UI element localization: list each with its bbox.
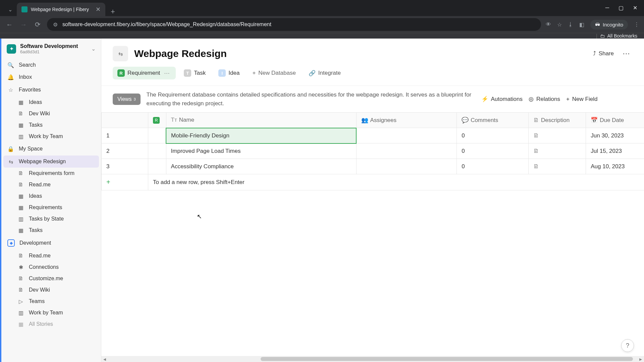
browser-tab[interactable]: Webpage Redesign | Fibery ✕ [17, 3, 105, 16]
table-row[interactable]: 3Accessibility Compliance0🗎Aug 10, 2023◢… [102, 159, 644, 174]
grid-icon: ▦ [17, 193, 24, 199]
plus-icon: + [252, 70, 256, 76]
sidebar-fav-ideas[interactable]: ▦Ideas [1, 97, 101, 108]
sidebar-wr-reqform[interactable]: 🗎Requirements form [1, 168, 101, 179]
sidebar-wr-readme[interactable]: 🗎Read.me [1, 179, 101, 190]
new-field-button[interactable]: +New Field [566, 96, 598, 103]
help-button[interactable]: ? [621, 339, 634, 352]
page-more-button[interactable]: ⋯ [620, 49, 633, 58]
sidebar-wr-tasksbystate[interactable]: ▥Tasks by State [1, 213, 101, 225]
site-settings-icon[interactable]: ⚙ [53, 21, 58, 28]
window-maximize[interactable]: ▢ [619, 5, 624, 11]
incognito-badge[interactable]: 🕶 Incognito [590, 20, 628, 29]
bell-icon: 🔔 [7, 74, 14, 80]
cell-description[interactable]: 🗎 [529, 128, 586, 143]
db-tab-more-icon[interactable]: ⋯ [163, 70, 171, 77]
integrate-button[interactable]: 🔗 Integrate [304, 67, 345, 79]
data-table-scroll[interactable]: R TтName 👥Assignees 💬Comments 🗎Descripti… [101, 112, 644, 356]
sidebar-fav-workbyteam[interactable]: ▥Work by Team [1, 131, 101, 142]
sidebar-fav-tasks[interactable]: ▦Tasks [1, 119, 101, 131]
window-close[interactable]: ✕ [633, 5, 637, 11]
col-name[interactable]: TтName [166, 113, 356, 128]
scrollbar-thumb[interactable] [261, 357, 633, 361]
cell-assignees[interactable] [356, 143, 457, 159]
cell-description[interactable]: 🗎 [529, 159, 586, 174]
sidebar-dev-workbyteam[interactable]: ▥Work by Team [1, 307, 101, 318]
sidebar-inbox[interactable]: 🔔 Inbox [1, 71, 101, 83]
sidebar-dev-readme[interactable]: 🗎Read.me [1, 250, 101, 261]
cell-assignees[interactable] [356, 128, 457, 143]
tab-search-dropdown[interactable]: ⌄ [3, 3, 17, 16]
table-row[interactable]: 2Improved Page Load Times0🗎Jul 15, 2023◢… [102, 143, 644, 159]
eye-off-icon[interactable]: 👁 [546, 21, 551, 27]
search-label: Search [19, 62, 36, 68]
page-title[interactable]: Webpage Redesign [134, 48, 587, 59]
new-database-button[interactable]: + New Database [248, 67, 300, 79]
page-icon[interactable]: ⇆ [113, 46, 128, 61]
database-description[interactable]: The Requirement database contains detail… [147, 90, 475, 108]
cell-comments[interactable]: 0 [457, 159, 529, 174]
horizontal-scrollbar[interactable]: ◂ ▸ [101, 356, 644, 362]
sidebar-dev-allstories[interactable]: ▦All Stories [1, 318, 101, 330]
task-badge-icon: T [184, 69, 191, 77]
sidebar-dev-customize[interactable]: 🗎Customize.me [1, 273, 101, 284]
development-section[interactable]: ◆ Development [1, 236, 101, 250]
add-row-hint[interactable]: To add a new row, press Shift+Enter [148, 174, 644, 190]
sidebar-dev-teams[interactable]: ▷Teams [1, 296, 101, 307]
address-bar[interactable]: ⚙ software-development.fibery.io/fibery/… [47, 18, 541, 31]
sidebar-fav-devwiki[interactable]: 🗎Dev Wiki [1, 108, 101, 119]
sidebar: ✦ Software Development 6ad8d3d1 ⌄ 🔍 Sear… [0, 39, 101, 362]
cell-description[interactable]: 🗎 [529, 143, 586, 159]
table-row[interactable]: 1Mobile-Friendly Design0🗎Jun 30, 2023◢Im… [102, 128, 644, 143]
doc-icon: 🗎 [17, 110, 24, 117]
cell-name[interactable]: Improved Page Load Times [166, 143, 356, 159]
board-icon: ▥ [17, 309, 24, 316]
col-badge[interactable]: R [148, 113, 166, 128]
all-bookmarks-button[interactable]: All Bookmarks [607, 33, 637, 39]
downloads-icon[interactable]: ⭳ [568, 21, 573, 27]
favorites-section[interactable]: ☆ Favorites [1, 83, 101, 97]
cell-duedate[interactable]: Jul 15, 2023 [586, 143, 644, 159]
views-button[interactable]: Views 3 [113, 94, 141, 105]
sidebar-wr-tasks[interactable]: ▦Tasks [1, 225, 101, 236]
relations-button[interactable]: ◎Relations [529, 96, 560, 103]
forward-button[interactable]: → [19, 21, 28, 28]
my-space-section[interactable]: 🔒 My Space [1, 142, 101, 156]
new-tab-button[interactable]: + [105, 7, 120, 16]
sidebar-dev-devwiki[interactable]: 🗎Dev Wiki [1, 284, 101, 296]
cell-name[interactable]: Mobile-Friendly Design [166, 128, 356, 143]
tab-close-icon[interactable]: ✕ [96, 6, 101, 13]
sidebar-wr-requirements[interactable]: ▦Requirements [1, 202, 101, 213]
cell-duedate[interactable]: Jun 30, 2023 [586, 128, 644, 143]
reload-button[interactable]: ⟳ [33, 20, 42, 28]
back-button[interactable]: ← [5, 21, 14, 28]
col-assignees[interactable]: 👥Assignees [356, 113, 457, 128]
bookmark-star-icon[interactable]: ☆ [557, 21, 562, 28]
incognito-icon: 🕶 [595, 22, 600, 27]
window-minimize[interactable]: ─ [605, 5, 609, 11]
col-duedate[interactable]: 📅Due Date [586, 113, 644, 128]
add-row-button[interactable]: + [102, 174, 148, 190]
workspace-selector[interactable]: ✦ Software Development 6ad8d3d1 ⌄ [1, 39, 101, 59]
sidebar-wr-ideas[interactable]: ▦Ideas [1, 190, 101, 202]
sidebar-search[interactable]: 🔍 Search [1, 59, 101, 71]
comment-icon: 💬 [462, 117, 469, 123]
db-tab-requirement[interactable]: R Requirement ⋯ [113, 67, 176, 79]
cell-assignees[interactable] [356, 159, 457, 174]
doc-icon: 🗎 [17, 181, 24, 188]
side-panel-icon[interactable]: ◧ [579, 21, 584, 28]
share-icon: ⤴ [593, 50, 596, 57]
cell-comments[interactable]: 0 [457, 143, 529, 159]
col-description[interactable]: 🗎Description [529, 113, 586, 128]
sidebar-dev-connections[interactable]: ✱Connections [1, 261, 101, 273]
share-button[interactable]: ⤴ Share [593, 50, 614, 57]
cell-name[interactable]: Accessibility Compliance [166, 159, 356, 174]
db-tab-idea[interactable]: I Idea [214, 67, 244, 79]
browser-menu-icon[interactable]: ⋮ [634, 21, 639, 28]
cell-comments[interactable]: 0 [457, 128, 529, 143]
cell-duedate[interactable]: Aug 10, 2023 [586, 159, 644, 174]
sidebar-webpage-redesign[interactable]: ⇆ Webpage Redesign [3, 156, 99, 168]
automations-button[interactable]: ⚡Automations [481, 96, 523, 103]
db-tab-task[interactable]: T Task [179, 67, 210, 79]
col-comments[interactable]: 💬Comments [457, 113, 529, 128]
